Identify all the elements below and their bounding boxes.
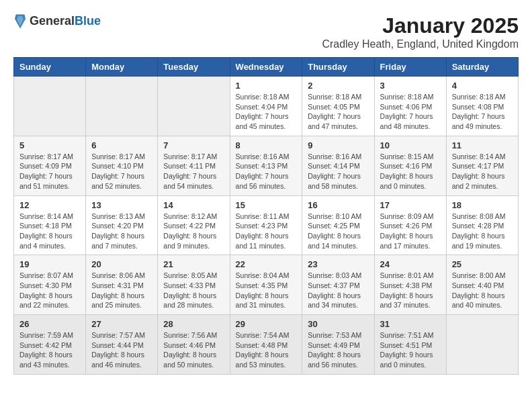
day-number: 17 <box>380 200 441 210</box>
calendar-day-cell: 15Sunrise: 8:11 AM Sunset: 4:23 PM Dayli… <box>230 195 302 255</box>
day-number: 29 <box>236 319 297 329</box>
day-info: Sunrise: 7:54 AM Sunset: 4:48 PM Dayligh… <box>236 330 297 370</box>
day-info: Sunrise: 8:18 AM Sunset: 4:06 PM Dayligh… <box>380 92 441 132</box>
page-header: GeneralBlue January 2025 Cradley Heath, … <box>13 13 519 50</box>
day-info: Sunrise: 8:11 AM Sunset: 4:23 PM Dayligh… <box>236 212 297 251</box>
day-info: Sunrise: 8:16 AM Sunset: 4:14 PM Dayligh… <box>308 152 368 191</box>
calendar-day-cell: 25Sunrise: 8:00 AM Sunset: 4:40 PM Dayli… <box>446 255 518 315</box>
calendar-header-row: SundayMondayTuesdayWednesdayThursdayFrid… <box>14 58 519 77</box>
day-number: 7 <box>163 140 224 150</box>
day-number: 5 <box>19 140 80 150</box>
location-title: Cradley Heath, England, United Kingdom <box>322 38 519 50</box>
day-info: Sunrise: 8:14 AM Sunset: 4:17 PM Dayligh… <box>452 152 513 191</box>
day-number: 27 <box>91 319 152 329</box>
day-info: Sunrise: 8:18 AM Sunset: 4:05 PM Dayligh… <box>308 92 368 132</box>
day-info: Sunrise: 8:17 AM Sunset: 4:09 PM Dayligh… <box>19 152 80 191</box>
calendar-day-cell: 7Sunrise: 8:17 AM Sunset: 4:11 PM Daylig… <box>158 136 230 195</box>
day-number: 6 <box>91 140 152 150</box>
day-info: Sunrise: 8:06 AM Sunset: 4:31 PM Dayligh… <box>91 271 152 310</box>
day-info: Sunrise: 8:04 AM Sunset: 4:35 PM Dayligh… <box>236 271 297 310</box>
day-info: Sunrise: 8:17 AM Sunset: 4:11 PM Dayligh… <box>163 152 224 191</box>
calendar-day-cell: 18Sunrise: 8:08 AM Sunset: 4:28 PM Dayli… <box>446 195 518 255</box>
day-number: 2 <box>308 81 368 91</box>
logo-blue: Blue <box>75 14 101 28</box>
day-number: 13 <box>91 200 152 210</box>
day-number: 10 <box>380 140 441 150</box>
calendar-day-cell: 10Sunrise: 8:15 AM Sunset: 4:16 PM Dayli… <box>374 136 446 195</box>
day-info: Sunrise: 8:10 AM Sunset: 4:25 PM Dayligh… <box>308 212 368 251</box>
calendar-day-cell: 3Sunrise: 8:18 AM Sunset: 4:06 PM Daylig… <box>374 77 446 136</box>
calendar-day-cell: 21Sunrise: 8:05 AM Sunset: 4:33 PM Dayli… <box>158 255 230 315</box>
weekday-header: Wednesday <box>230 58 302 77</box>
calendar-day-cell: 29Sunrise: 7:54 AM Sunset: 4:48 PM Dayli… <box>230 315 302 375</box>
calendar-week-row: 26Sunrise: 7:59 AM Sunset: 4:42 PM Dayli… <box>14 315 519 375</box>
day-number: 12 <box>19 200 80 210</box>
day-info: Sunrise: 7:51 AM Sunset: 4:51 PM Dayligh… <box>380 330 441 370</box>
day-number: 18 <box>452 200 513 210</box>
calendar-day-cell <box>14 77 86 136</box>
day-info: Sunrise: 8:09 AM Sunset: 4:26 PM Dayligh… <box>380 212 441 251</box>
calendar-day-cell <box>158 77 230 136</box>
calendar-day-cell: 12Sunrise: 8:14 AM Sunset: 4:18 PM Dayli… <box>14 195 86 255</box>
calendar-day-cell: 24Sunrise: 8:01 AM Sunset: 4:38 PM Dayli… <box>374 255 446 315</box>
logo-text: GeneralBlue <box>30 15 101 28</box>
day-number: 3 <box>380 81 441 91</box>
day-number: 11 <box>452 140 513 150</box>
day-number: 16 <box>308 200 368 210</box>
calendar-day-cell: 5Sunrise: 8:17 AM Sunset: 4:09 PM Daylig… <box>14 136 86 195</box>
day-info: Sunrise: 8:18 AM Sunset: 4:08 PM Dayligh… <box>452 92 513 132</box>
day-info: Sunrise: 8:18 AM Sunset: 4:04 PM Dayligh… <box>236 92 297 132</box>
day-info: Sunrise: 8:08 AM Sunset: 4:28 PM Dayligh… <box>452 212 513 251</box>
logo-icon <box>13 13 27 30</box>
calendar-day-cell: 28Sunrise: 7:56 AM Sunset: 4:46 PM Dayli… <box>158 315 230 375</box>
calendar-day-cell <box>446 315 518 375</box>
weekday-header: Sunday <box>14 58 86 77</box>
calendar-week-row: 1Sunrise: 8:18 AM Sunset: 4:04 PM Daylig… <box>14 77 519 136</box>
calendar-week-row: 19Sunrise: 8:07 AM Sunset: 4:30 PM Dayli… <box>14 255 519 315</box>
calendar-day-cell: 23Sunrise: 8:03 AM Sunset: 4:37 PM Dayli… <box>302 255 374 315</box>
day-number: 21 <box>163 259 224 269</box>
calendar-day-cell: 17Sunrise: 8:09 AM Sunset: 4:26 PM Dayli… <box>374 195 446 255</box>
logo-general: General <box>30 14 75 28</box>
day-number: 9 <box>308 140 368 150</box>
calendar-day-cell: 16Sunrise: 8:10 AM Sunset: 4:25 PM Dayli… <box>302 195 374 255</box>
weekday-header: Friday <box>374 58 446 77</box>
svg-marker-1 <box>17 16 24 26</box>
calendar-day-cell: 9Sunrise: 8:16 AM Sunset: 4:14 PM Daylig… <box>302 136 374 195</box>
calendar-day-cell: 26Sunrise: 7:59 AM Sunset: 4:42 PM Dayli… <box>14 315 86 375</box>
weekday-header: Tuesday <box>158 58 230 77</box>
day-info: Sunrise: 8:13 AM Sunset: 4:20 PM Dayligh… <box>91 212 152 251</box>
day-info: Sunrise: 8:14 AM Sunset: 4:18 PM Dayligh… <box>19 212 80 251</box>
day-number: 8 <box>236 140 297 150</box>
day-number: 31 <box>380 319 441 329</box>
weekday-header: Saturday <box>446 58 518 77</box>
title-block: January 2025 Cradley Heath, England, Uni… <box>322 13 519 50</box>
day-info: Sunrise: 7:53 AM Sunset: 4:49 PM Dayligh… <box>308 330 368 370</box>
day-info: Sunrise: 7:57 AM Sunset: 4:44 PM Dayligh… <box>91 330 152 370</box>
day-info: Sunrise: 7:59 AM Sunset: 4:42 PM Dayligh… <box>19 330 80 370</box>
day-number: 1 <box>236 81 297 91</box>
day-number: 15 <box>236 200 297 210</box>
day-info: Sunrise: 7:56 AM Sunset: 4:46 PM Dayligh… <box>163 330 224 370</box>
day-info: Sunrise: 8:07 AM Sunset: 4:30 PM Dayligh… <box>19 271 80 310</box>
day-number: 14 <box>163 200 224 210</box>
logo: GeneralBlue <box>13 13 101 30</box>
calendar-day-cell: 11Sunrise: 8:14 AM Sunset: 4:17 PM Dayli… <box>446 136 518 195</box>
calendar-day-cell: 31Sunrise: 7:51 AM Sunset: 4:51 PM Dayli… <box>374 315 446 375</box>
weekday-header: Thursday <box>302 58 374 77</box>
calendar: SundayMondayTuesdayWednesdayThursdayFrid… <box>13 57 519 375</box>
day-number: 24 <box>380 259 441 269</box>
day-number: 26 <box>19 319 80 329</box>
calendar-day-cell: 20Sunrise: 8:06 AM Sunset: 4:31 PM Dayli… <box>86 255 158 315</box>
calendar-day-cell: 13Sunrise: 8:13 AM Sunset: 4:20 PM Dayli… <box>86 195 158 255</box>
day-number: 28 <box>163 319 224 329</box>
weekday-header: Monday <box>86 58 158 77</box>
calendar-day-cell: 2Sunrise: 8:18 AM Sunset: 4:05 PM Daylig… <box>302 77 374 136</box>
day-number: 20 <box>91 259 152 269</box>
day-info: Sunrise: 8:12 AM Sunset: 4:22 PM Dayligh… <box>163 212 224 251</box>
day-info: Sunrise: 8:00 AM Sunset: 4:40 PM Dayligh… <box>452 271 513 310</box>
calendar-week-row: 5Sunrise: 8:17 AM Sunset: 4:09 PM Daylig… <box>14 136 519 195</box>
day-info: Sunrise: 8:01 AM Sunset: 4:38 PM Dayligh… <box>380 271 441 310</box>
calendar-day-cell: 30Sunrise: 7:53 AM Sunset: 4:49 PM Dayli… <box>302 315 374 375</box>
day-info: Sunrise: 8:17 AM Sunset: 4:10 PM Dayligh… <box>91 152 152 191</box>
